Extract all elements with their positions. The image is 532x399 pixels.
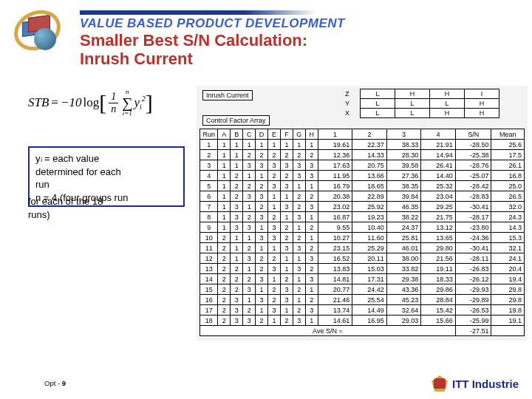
cell: 19.11	[421, 264, 456, 274]
table-row: 122132211316.5220.1138.0021.56-28.1124.1	[200, 253, 525, 264]
nfa-cell: L	[361, 99, 395, 109]
cell: 3	[280, 202, 293, 212]
cell: 16.52	[318, 253, 352, 264]
cell: 11.60	[352, 233, 387, 243]
cell: 14.40	[421, 171, 456, 181]
cell: 2	[218, 243, 231, 253]
cell: 1	[293, 181, 305, 191]
table-row: 9133132129.5510.4024.3713.12-23.8014.3	[200, 222, 525, 233]
cell: 3	[293, 212, 305, 222]
cell: 1	[218, 150, 231, 160]
cell: 3	[305, 171, 318, 181]
cell: 10.40	[352, 222, 387, 233]
cell: 18.33	[421, 274, 456, 284]
cell: 2	[305, 243, 318, 253]
cell: 1	[256, 243, 268, 253]
cell: 28.30	[386, 150, 421, 160]
cell: 3	[200, 160, 218, 171]
cell: 43.36	[386, 284, 421, 295]
cell: 2	[231, 181, 243, 191]
cell: 2	[268, 150, 281, 160]
cell: 16.95	[352, 316, 387, 326]
col-run: Run	[200, 129, 218, 140]
cell: 1	[280, 212, 293, 222]
cell: 3	[243, 253, 256, 264]
cell: 3	[268, 305, 281, 316]
cell: 13	[200, 264, 218, 274]
cell: 29.8	[491, 284, 525, 295]
cell: 2	[293, 150, 305, 160]
cell: 2	[305, 150, 318, 160]
table-row: 21122222212.3614.3328.3014.94-25.3817.5	[200, 150, 525, 160]
cell: 1	[243, 295, 256, 305]
note-l3: run	[35, 178, 177, 191]
cell: 3	[243, 160, 256, 171]
cell: 13.65	[421, 233, 456, 243]
cell: 19.4	[491, 274, 525, 284]
cell: 1	[268, 202, 281, 212]
cell: 2	[293, 284, 305, 295]
cell: 2	[280, 233, 293, 243]
cell: 18	[200, 316, 218, 326]
table-row: 132212313213.8315.0333.8219.11-26.8320.4	[200, 264, 525, 274]
table-row: 81323213116.8719.2338.2221.75-28.1724.3	[200, 212, 525, 222]
cell: 1	[293, 222, 305, 233]
nfa-cell: H	[430, 109, 465, 118]
cell: 1	[256, 284, 268, 295]
cell: 11.95	[318, 171, 352, 181]
cell: 2	[268, 284, 281, 295]
cell: 14.61	[318, 316, 352, 326]
cell: 1	[280, 253, 293, 264]
cell: 26.1	[491, 160, 525, 171]
table-row: 41211223311.9513.6627.3614.40-25.0716.8	[200, 171, 525, 181]
table-row: 172321312313.7414.4932.6415.42-26.5319.8	[200, 305, 525, 316]
cell: 2	[218, 305, 231, 316]
header-logo-graphic	[6, 7, 76, 48]
ave-sn-value: -27.51	[455, 326, 491, 336]
col-sn: S/N	[455, 129, 491, 140]
table-row: 162313231221.4625.5445.2328.84-29.8929.8	[200, 295, 525, 305]
cell: 3	[280, 181, 293, 191]
cell: 29.25	[421, 202, 456, 212]
cell: 1	[256, 171, 268, 181]
cell: 3	[243, 222, 256, 233]
cell: 25.6	[491, 140, 525, 150]
cell: 2	[231, 264, 243, 274]
cell: 1	[256, 305, 268, 316]
cell: 32.0	[491, 202, 525, 212]
cell: 29.80	[421, 243, 456, 253]
cell: 1	[243, 140, 256, 150]
table-row: 61233112220.3822.8939.8423.04-28.8326.5	[200, 191, 525, 202]
title-line1: Smaller Best S/N Calculation:	[80, 31, 307, 50]
cell: 2	[305, 191, 318, 202]
cell: 38.22	[386, 212, 421, 222]
col-cf-C: C	[243, 129, 256, 140]
cell: 12	[200, 253, 218, 264]
cell: 38.35	[386, 181, 421, 191]
cell: 1	[268, 140, 281, 150]
cell: 1	[218, 222, 231, 233]
cell: 3	[243, 284, 256, 295]
cell: 20.77	[318, 284, 352, 295]
cell: 16.8	[491, 171, 525, 181]
cell: 3	[231, 222, 243, 233]
cell: 17.63	[318, 160, 352, 171]
cell: 2	[243, 243, 256, 253]
cell: 3	[280, 243, 293, 253]
cell: 1	[293, 253, 305, 264]
col-group-2: 2	[352, 129, 387, 140]
stb-formula: STB = −10 log [ 1 n n ∑ i=1 yi2 ]	[28, 89, 153, 117]
col-cf-B: B	[231, 129, 243, 140]
col-group-4: 4	[421, 129, 456, 140]
cell: -25.38	[455, 150, 491, 160]
cell: 1	[200, 140, 218, 150]
cell: 2	[280, 150, 293, 160]
cell: 2	[218, 284, 231, 295]
cell: -28.50	[455, 140, 491, 150]
formula-frac: 1 n	[109, 91, 118, 115]
brand-logo: ITT Industrie	[432, 375, 519, 392]
cell: 3	[280, 295, 293, 305]
cell: 25.29	[352, 243, 387, 253]
cell: 1	[256, 222, 268, 233]
formula-sum: n ∑ i=1	[122, 89, 132, 117]
